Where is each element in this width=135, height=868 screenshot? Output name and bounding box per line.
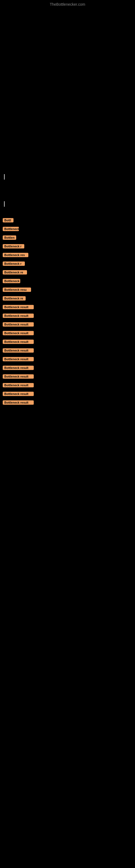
bottleneck-badge-section-12: Bottleneck result	[3, 313, 132, 320]
bottleneck-badge-8[interactable]: Bottleneck	[3, 279, 20, 283]
bottleneck-badge-16[interactable]: Bottleneck result	[3, 348, 34, 352]
bottleneck-badge-2[interactable]: Bottleneck	[3, 227, 19, 231]
bottleneck-badge-3[interactable]: Bottlen	[3, 236, 16, 240]
bottleneck-badge-7[interactable]: Bottleneck re	[3, 270, 27, 275]
bottleneck-badge-13[interactable]: Bottleneck result	[3, 322, 34, 327]
bottleneck-badge-11[interactable]: Bottleneck result	[3, 305, 34, 309]
bottleneck-badge-10[interactable]: Bottleneck re	[3, 296, 26, 301]
bottleneck-badge-section-6: Bottleneck r	[3, 261, 132, 268]
bottleneck-badge-section-4: Bottleneck r	[3, 244, 132, 251]
main-content: BottlBottleneckBottlenBottleneck rBottle…	[0, 9, 135, 407]
bottleneck-badge-5[interactable]: Bottleneck res	[3, 253, 28, 257]
site-title: TheBottlenecker.com	[0, 0, 135, 9]
bottleneck-badge-20[interactable]: Bottleneck result	[3, 383, 34, 388]
bottleneck-badge-section-5: Bottleneck res	[3, 252, 132, 259]
bottleneck-badge-section-20: Bottleneck result	[3, 382, 132, 390]
bottleneck-badge-12[interactable]: Bottleneck result	[3, 314, 34, 318]
bottleneck-badge-section-21: Bottleneck result	[3, 391, 132, 398]
bottleneck-badge-section-11: Bottleneck result	[3, 304, 132, 311]
bottleneck-badge-21[interactable]: Bottleneck result	[3, 392, 34, 396]
bottleneck-badge-section-7: Bottleneck re	[3, 270, 132, 277]
bottleneck-badge-section-22: Bottleneck result	[3, 400, 132, 407]
bottleneck-badge-section-13: Bottleneck result	[3, 322, 132, 329]
bottleneck-badge-9[interactable]: Bottleneck resu	[3, 287, 31, 292]
bottleneck-badge-section-10: Bottleneck re	[3, 296, 132, 303]
badges-container: BottlBottleneckBottlenBottleneck rBottle…	[3, 218, 132, 407]
bottleneck-badge-section-2: Bottleneck	[3, 226, 132, 233]
bottleneck-badge-22[interactable]: Bottleneck result	[3, 400, 34, 405]
bottleneck-badge-19[interactable]: Bottleneck result	[3, 374, 34, 379]
bottleneck-badge-6[interactable]: Bottleneck r	[3, 261, 25, 266]
bottleneck-badge-section-19: Bottleneck result	[3, 374, 132, 381]
bottleneck-badge-section-9: Bottleneck resu	[3, 287, 132, 294]
bottleneck-badge-section-1: Bottl	[3, 218, 132, 225]
bottleneck-badge-4[interactable]: Bottleneck r	[3, 244, 24, 248]
bottleneck-badge-section-18: Bottleneck result	[3, 365, 132, 372]
bottleneck-badge-1[interactable]: Bottl	[3, 218, 13, 222]
bottleneck-badge-18[interactable]: Bottleneck result	[3, 366, 34, 370]
bottleneck-badge-15[interactable]: Bottleneck result	[3, 340, 34, 344]
bottleneck-badge-section-3: Bottlen	[3, 235, 132, 242]
bottleneck-badge-section-14: Bottleneck result	[3, 330, 132, 337]
bottleneck-badge-section-17: Bottleneck result	[3, 356, 132, 364]
bottleneck-badge-section-8: Bottleneck	[3, 278, 132, 285]
bottleneck-badge-14[interactable]: Bottleneck result	[3, 331, 34, 335]
bottleneck-badge-section-15: Bottleneck result	[3, 339, 132, 346]
bottleneck-badge-17[interactable]: Bottleneck result	[3, 357, 34, 361]
cursor-line-2	[4, 201, 5, 207]
bottleneck-badge-section-16: Bottleneck result	[3, 348, 132, 355]
cursor-line-1	[4, 174, 5, 180]
